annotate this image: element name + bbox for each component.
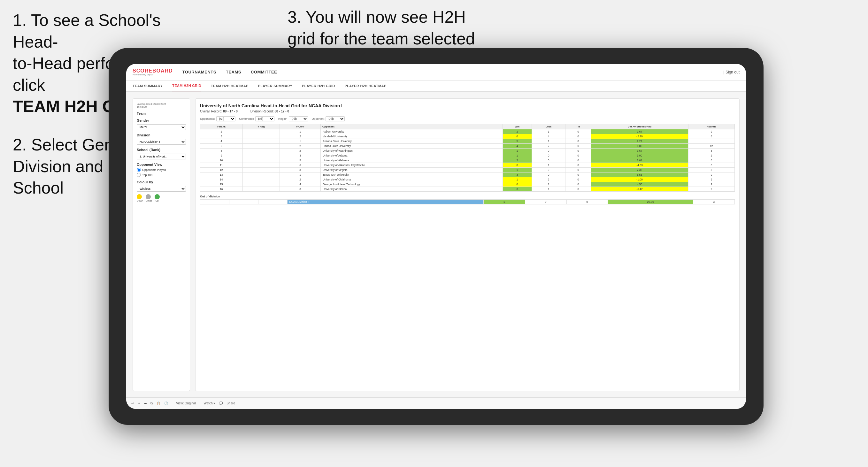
sign-out-button[interactable]: | Sign out [723,70,740,74]
nav-teams[interactable]: TEAMS [226,70,241,74]
filter-region-label: Region [278,117,287,120]
clock-button[interactable]: 🕐 [164,402,168,405]
filter-opponents-label: Opponents: [200,117,215,120]
cell-rank: 16 [200,187,243,192]
step1-line1: 1. To see a School's Head- [13,11,161,51]
cell-win: 4 [502,144,532,149]
cell-rank: 13 [200,173,243,177]
tablet-screen: SCOREBOARD Powered by clippi TOURNAMENTS… [126,64,746,409]
tab-player-summary[interactable]: PLAYER SUMMARY [258,81,292,91]
table-row: 10 5 University of Alabama 3 0 0 2.61 8 [200,158,735,163]
radio-opponents-played-input[interactable] [137,168,141,172]
cell-opponent: Arizona State University [321,139,503,144]
cell-win: 1 [502,153,532,158]
tab-team-h2h-grid[interactable]: TEAM H2H GRID [172,81,201,91]
paste-button[interactable]: 📋 [157,402,160,405]
back-button[interactable]: ⬅ [144,402,147,405]
filter-opponent: Opponent (All) [312,116,345,121]
table-row: 3 2 Vanderbilt University 0 4 0 -2.29 8 [200,134,735,139]
tab-player-h2h-grid[interactable]: PLAYER H2H GRID [302,81,335,91]
filter-region-select[interactable]: (All) [289,116,308,121]
cell-diff: 2.33 [591,168,688,173]
table-row: 16 3 University of Florida 3 1 0 -6.42 9 [200,187,735,192]
cell-reg [243,144,280,149]
school-select[interactable]: 1. University of Nort... [137,154,186,159]
cell-rounds: 2 [688,153,735,158]
copy-button[interactable]: ⧉ [151,402,153,405]
cell-diff: 2.29 [591,139,688,144]
cell-rank: 6 [200,144,243,149]
cell-conf: 3 [280,187,321,192]
cell-opponent: Auburn University [321,129,503,134]
radio-2-label: Top 100 [142,174,152,177]
cell-opponent: Georgia Institute of Technology [321,182,503,187]
out-of-division: Out of division NCAA Division II 1 0 0 [200,195,735,205]
gender-select[interactable]: Men's [137,124,186,130]
cell-loss: 4 [532,134,565,139]
overall-record: Overall Record: 89 - 17 - 0 [200,110,238,113]
share-button[interactable]: Share [226,402,235,405]
tab-team-h2h-heatmap[interactable]: TEAM H2H HEATMAP [211,81,249,91]
filter-opponents-select[interactable]: (All) [216,116,236,121]
radio-opponents-played[interactable]: Opponents Played [137,168,186,172]
cell-rounds: 3 [688,149,735,153]
table-row: 14 2 University of Oklahoma 1 2 0 -1.00 … [200,177,735,182]
tab-player-h2h-heatmap[interactable]: PLAYER H2H HEATMAP [345,81,386,91]
navbar: SCOREBOARD Powered by clippi TOURNAMENTS… [126,64,746,81]
view-original-button[interactable]: View: Original [176,402,196,405]
division-select[interactable]: NCAA Division I [137,139,186,145]
logo: SCOREBOARD Powered by clippi [132,68,173,76]
cell-win: 2 [502,129,532,134]
cell-diff: 1.83 [591,144,688,149]
cell-diff: 4.50 [591,182,688,187]
col-conf: # Conf [280,124,321,129]
cell-loss: 1 [532,187,565,192]
cell-tie: 0 [565,158,591,163]
color-legend: Down Level Up [137,194,186,202]
team-label: Team [137,112,186,115]
toolbar-sep2 [200,401,200,406]
ood-conf [258,200,287,205]
tablet-device: SCOREBOARD Powered by clippi TOURNAMENTS… [108,48,764,425]
colour-by-select[interactable]: Win/loss [137,186,186,192]
comment-button[interactable]: 💬 [219,402,223,405]
cell-diff: 1.67 [591,129,688,134]
sidebar: Last Updated: 27/03/2024 16:55:38 Team G… [132,98,190,391]
ood-loss: 0 [525,200,566,205]
radio-top100[interactable]: Top 100 [137,173,186,177]
cell-conf: 1 [280,139,321,144]
ood-win: 1 [483,200,525,205]
redo-button[interactable]: ↪ [138,402,140,405]
cell-loss: 0 [532,153,565,158]
ood-rounds: 3 [693,200,735,205]
cell-opponent: Florida State University [321,144,503,149]
radio-top100-input[interactable] [137,173,141,177]
school-label: School (Rank) [137,148,186,152]
nav-committee[interactable]: COMMITTEE [251,70,277,74]
tab-team-summary[interactable]: TEAM SUMMARY [132,81,163,91]
cell-reg [243,173,280,177]
cell-conf: 2 [280,149,321,153]
instruction-step3: 3. You will now see H2H grid for the tea… [287,6,475,50]
cell-reg [243,129,280,134]
filter-opponents: Opponents: (All) [200,116,236,121]
cell-diff: -4.33 [591,163,688,168]
nav-tournaments[interactable]: TOURNAMENTS [182,70,216,74]
cell-opponent: University of Virginia [321,168,503,173]
step3-line2: grid for the team selected [287,29,475,48]
col-opponent: Opponent [321,124,503,129]
table-row: 12 3 University of Virginia 1 0 0 2.33 3 [200,168,735,173]
watch-button[interactable]: Watch ▾ [204,402,215,405]
cell-rounds: 9 [688,182,735,187]
filter-region: Region (All) [278,116,308,121]
cell-tie: 0 [565,144,591,149]
cell-loss: 0 [532,149,565,153]
undo-button[interactable]: ↩ [131,402,134,405]
cell-conf: 5 [280,158,321,163]
filter-opponent-select[interactable]: (All) [326,116,345,121]
cell-conf: 1 [280,129,321,134]
cell-conf: 2 [280,134,321,139]
filter-conf-select[interactable]: (All) [255,116,274,121]
toolbar-sep [172,401,172,406]
cell-tie: 0 [565,129,591,134]
